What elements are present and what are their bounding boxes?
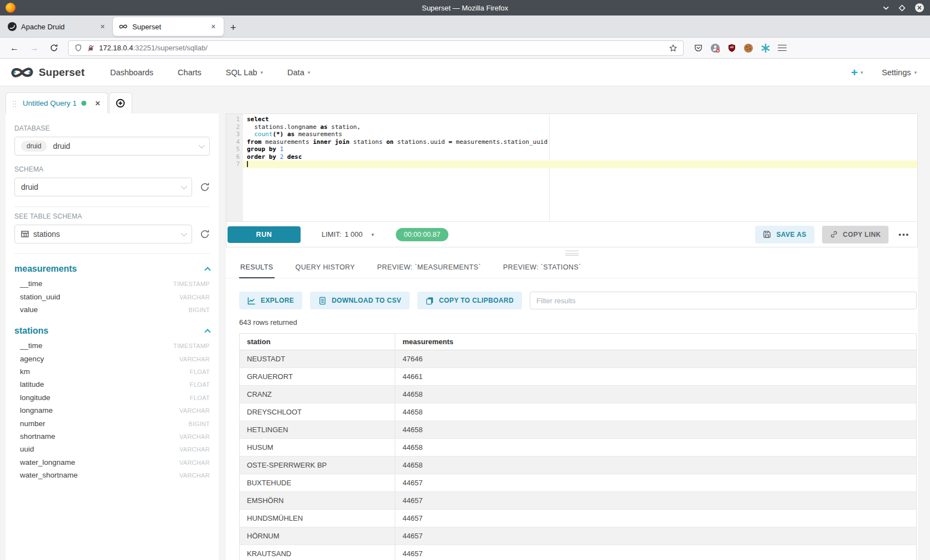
table-cell: 44658 (395, 403, 917, 421)
results-tab-query-history[interactable]: QUERY HISTORY (294, 260, 356, 278)
table-cell: 44657 (395, 545, 917, 560)
code-line: stations.longname as station, (243, 123, 917, 131)
superset-favicon-icon (118, 24, 128, 29)
window-title: Superset — Mozilla Firefox (0, 4, 930, 12)
results-column-header-station[interactable]: station (240, 334, 395, 350)
code-line: select (243, 116, 917, 123)
nav-item-charts[interactable]: Charts (168, 68, 211, 77)
results-tab-preview-stations[interactable]: PREVIEW: `STATIONS` (502, 260, 582, 278)
settings-menu[interactable]: Settings ▾ (882, 68, 917, 77)
column-type: VARCHAR (179, 294, 210, 300)
back-icon[interactable]: ← (4, 43, 24, 53)
editor-code-area: select stations.longname as station, cou… (243, 114, 917, 221)
table-select[interactable]: stations (14, 225, 192, 243)
caret-down-icon: ▾ (914, 70, 917, 75)
explore-button[interactable]: EXPLORE (239, 292, 302, 309)
code-line: group by 1 (243, 146, 917, 153)
caret-down-icon: ▾ (261, 70, 264, 75)
table-cell: 47646 (395, 350, 917, 368)
ublock-icon[interactable]: uO (727, 43, 736, 53)
table-cell: HETLINGEN (240, 421, 395, 439)
account-extension-icon[interactable] (710, 43, 720, 53)
add-new-button[interactable]: + ▾ (851, 66, 863, 78)
colorful-asterisk-extension-icon[interactable] (761, 43, 771, 53)
table-cell: NEUSTADT (240, 350, 395, 368)
query-tab-close-icon[interactable]: ✕ (95, 100, 101, 107)
database-badge: druid (21, 141, 47, 152)
table-cell: HÖRNUM (240, 527, 395, 545)
table-section-header-measurements[interactable]: measurements (14, 264, 210, 274)
results-tab-results[interactable]: RESULTS (239, 260, 275, 278)
menu-hamburger-icon[interactable] (778, 45, 787, 51)
sql-code-editor[interactable]: 1234567 select stations.longname as stat… (226, 114, 917, 221)
save-as-button[interactable]: SAVE AS (755, 226, 814, 243)
filter-results-input[interactable] (530, 292, 917, 309)
download-to-csv-button[interactable]: DOWNLOAD TO CSV (310, 292, 410, 309)
new-tab-button[interactable]: + (224, 22, 243, 34)
window-close-icon[interactable] (914, 3, 924, 13)
gutter-line-number: 3 (226, 131, 240, 138)
results-tab-preview-measurements[interactable]: PREVIEW: `MEASUREMENTS` (376, 260, 482, 278)
new-query-tab-button[interactable] (109, 92, 132, 113)
save-floppy-icon (763, 230, 771, 238)
more-options-button[interactable]: ••• (896, 230, 912, 238)
limit-control[interactable]: LIMIT: 1 000 ▾ (322, 230, 374, 238)
schema-select[interactable]: druid (14, 178, 192, 196)
database-select[interactable]: druid druid (14, 137, 210, 155)
chevron-up-icon (204, 267, 210, 273)
browser-tab-apache-druid[interactable]: Apache Druid ✕ (2, 17, 113, 36)
forward-icon[interactable]: → (24, 43, 44, 53)
table-cell: 44657 (395, 474, 917, 492)
divider (14, 206, 210, 207)
schema-column-row: __timeTIMESTAMP (14, 277, 210, 290)
caret-down-icon: ▾ (861, 70, 864, 75)
query-tab-untitled-query-1[interactable]: Untitled Query 1 ✕ (6, 92, 108, 113)
cookie-icon[interactable] (743, 43, 753, 53)
nav-item-data[interactable]: Data▾ (277, 68, 320, 77)
caret-down-icon: ▾ (308, 70, 311, 75)
superset-brand[interactable]: Superset (10, 66, 85, 79)
refresh-tables-icon[interactable] (200, 229, 210, 239)
table-value: stations (33, 230, 60, 238)
nav-item-label: Data (287, 68, 304, 77)
bookmark-star-icon[interactable] (669, 44, 678, 53)
tab-close-icon[interactable]: ✕ (209, 22, 218, 32)
nav-item-sql-lab[interactable]: SQL Lab▾ (216, 68, 273, 77)
reload-icon[interactable] (44, 44, 64, 52)
browser-tab-superset[interactable]: Superset ✕ (113, 17, 224, 36)
code-line: count(*) as measurements (243, 131, 917, 138)
url-bar[interactable]: 172.18.0.4:32251/superset/sqllab/ (68, 40, 684, 56)
schema-column-row: kmFLOAT (14, 365, 210, 378)
nav-item-dashboards[interactable]: Dashboards (100, 68, 163, 77)
drag-handle-icon[interactable] (13, 101, 14, 102)
run-button[interactable]: RUN (228, 226, 301, 243)
results-column-header-measurements[interactable]: measurements (395, 334, 917, 350)
window-minimize-icon[interactable] (882, 4, 890, 12)
schema-column-row: __timeTIMESTAMP (14, 339, 210, 352)
chevron-down-icon (181, 183, 187, 189)
plus-icon: + (851, 66, 857, 78)
divider (14, 253, 210, 254)
refresh-schemas-icon[interactable] (200, 182, 210, 192)
window-maximize-icon[interactable] (898, 4, 906, 12)
pocket-icon[interactable] (694, 43, 703, 53)
browser-toolbar: ← → 172.18.0.4:32251/superset/sqllab/ uO (0, 38, 930, 59)
table-cell: BUXTEHUDE (240, 474, 395, 492)
schema-column-row: numberBIGINT (14, 417, 210, 429)
tab-close-icon[interactable]: ✕ (98, 22, 107, 32)
lock-slash-icon[interactable] (87, 44, 95, 52)
schema-column-row: valueBIGINT (14, 303, 210, 316)
schema-value: druid (21, 183, 38, 191)
table-section-header-stations[interactable]: stations (14, 326, 210, 336)
tracking-shield-icon[interactable] (74, 44, 82, 52)
table-schema-label: SEE TABLE SCHEMA (14, 212, 210, 220)
copy-to-clipboard-button[interactable]: COPY TO CLIPBOARD (417, 292, 522, 309)
gutter-line-number: 5 (226, 146, 240, 153)
resize-drag-handle-icon[interactable] (565, 251, 578, 256)
copy-link-button[interactable]: COPY LINK (822, 226, 889, 243)
code-line: from measurements inner join stations on… (243, 138, 917, 146)
limit-value: 1 000 (344, 230, 363, 238)
chevron-up-icon (204, 329, 210, 335)
table-row: BUXTEHUDE44657 (240, 474, 917, 492)
url-text[interactable]: 172.18.0.4:32251/superset/sqllab/ (99, 44, 664, 52)
